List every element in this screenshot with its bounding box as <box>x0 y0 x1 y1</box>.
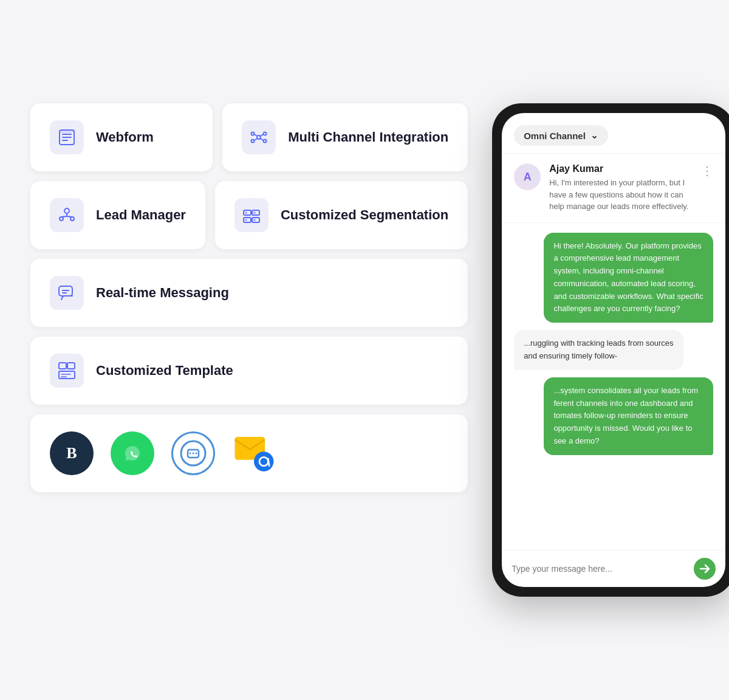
received-message-2: ...ruggling with tracking leads from sou… <box>514 330 683 370</box>
template-label: Customized Template <box>96 363 233 379</box>
right-panel: Omni Channel ⌄ A Ajay Kumar Hi, I'm inte… <box>492 103 729 597</box>
b-logo-icon: B <box>60 441 84 465</box>
template-icon <box>57 361 77 380</box>
messages-area: Hi there! Absolutely. Our platform provi… <box>502 223 725 551</box>
svg-point-8 <box>252 140 255 143</box>
send-button[interactable] <box>694 558 716 580</box>
svg-rect-4 <box>60 130 74 133</box>
segmentation-icon <box>242 205 261 225</box>
more-options-icon[interactable]: ⋮ <box>701 163 713 178</box>
webform-card[interactable]: Webform <box>30 103 213 171</box>
svg-line-13 <box>261 139 264 140</box>
webform-icon-box <box>50 120 84 154</box>
svg-line-11 <box>261 134 264 136</box>
svg-line-46 <box>268 459 269 466</box>
contact-name: Ajay Kumar <box>549 163 693 174</box>
leadmanager-icon <box>57 205 77 225</box>
svg-point-7 <box>264 132 267 136</box>
multichannel-icon-box <box>242 120 276 154</box>
leadmanager-icon-box <box>50 198 84 232</box>
chat-social-icon[interactable] <box>171 431 215 475</box>
avatar: A <box>514 163 541 190</box>
svg-rect-33 <box>59 371 75 379</box>
svg-point-24 <box>245 211 247 214</box>
cards-row-4: Customized Template <box>30 337 468 405</box>
sent-message-1: Hi there! Absolutely. Our platform provi… <box>544 233 713 323</box>
multichannel-card[interactable]: Multi Channel Integration <box>222 103 468 171</box>
phone-header: Omni Channel ⌄ <box>502 113 725 154</box>
messaging-icon-box <box>50 276 84 310</box>
template-card[interactable]: Customized Template <box>30 337 468 405</box>
leadmanager-label: Lead Manager <box>96 207 186 223</box>
main-container: Webform Multi Channe <box>30 103 699 597</box>
svg-point-6 <box>252 132 255 136</box>
messaging-card[interactable]: Real-time Messaging <box>30 259 468 327</box>
left-panel: Webform Multi Channe <box>30 103 468 492</box>
svg-point-44 <box>254 451 273 471</box>
chat-logo-icon <box>180 440 207 467</box>
channel-selector[interactable]: Omni Channel ⌄ <box>514 125 608 146</box>
chat-preview: Hi, I'm interested in your platform, but… <box>549 177 693 213</box>
chat-info: Ajay Kumar Hi, I'm interested in your pl… <box>549 163 693 213</box>
svg-point-41 <box>193 453 194 455</box>
phone-screen: Omni Channel ⌄ A Ajay Kumar Hi, I'm inte… <box>502 113 725 587</box>
sent-message-2: ...system consolidates all your leads fr… <box>544 377 713 455</box>
svg-point-5 <box>257 136 261 139</box>
svg-line-19 <box>67 216 72 217</box>
svg-point-14 <box>64 208 69 213</box>
multichannel-icon <box>249 128 269 147</box>
svg-line-12 <box>255 139 258 140</box>
cards-row-1: Webform Multi Channe <box>30 103 468 171</box>
cards-row-2: Lead Manager Customized Segmentat <box>30 181 468 249</box>
svg-point-26 <box>245 219 247 221</box>
svg-point-15 <box>60 217 63 221</box>
messaging-label: Real-time Messaging <box>96 285 229 301</box>
b-social-icon[interactable]: B <box>50 431 94 475</box>
phone-mockup: Omni Channel ⌄ A Ajay Kumar Hi, I'm inte… <box>492 103 729 597</box>
channel-label: Omni Channel <box>524 131 586 141</box>
template-icon-box <box>50 354 84 388</box>
svg-point-16 <box>70 217 74 221</box>
multichannel-label: Multi Channel Integration <box>288 129 448 145</box>
whatsapp-logo-icon <box>119 440 146 467</box>
whatsapp-social-icon[interactable] <box>111 431 154 475</box>
segmentation-card[interactable]: Customized Segmentation <box>215 181 468 249</box>
svg-rect-31 <box>59 363 66 369</box>
messaging-icon <box>57 283 77 303</box>
segmentation-label: Customized Segmentation <box>281 207 448 223</box>
social-icons-row: B <box>30 414 468 492</box>
chat-input-area <box>502 550 725 587</box>
chat-list-item[interactable]: A Ajay Kumar Hi, I'm interested in your … <box>502 154 725 223</box>
svg-rect-32 <box>67 363 75 369</box>
svg-point-9 <box>264 140 267 143</box>
send-icon <box>699 563 710 574</box>
chat-input[interactable] <box>512 564 688 574</box>
svg-line-10 <box>255 134 258 136</box>
svg-line-18 <box>61 216 67 217</box>
svg-point-42 <box>196 453 197 455</box>
svg-point-25 <box>253 211 256 214</box>
cards-row-3: Real-time Messaging <box>30 259 468 327</box>
chevron-down-icon: ⌄ <box>590 130 598 141</box>
webform-label: Webform <box>96 129 154 145</box>
webform-icon <box>57 128 77 147</box>
svg-point-27 <box>253 219 256 221</box>
svg-text:B: B <box>66 444 77 462</box>
segmentation-icon-box <box>234 198 269 232</box>
svg-point-40 <box>190 453 191 455</box>
email-logo-icon <box>232 432 276 475</box>
email-social-icon[interactable] <box>232 431 276 475</box>
leadmanager-card[interactable]: Lead Manager <box>30 181 205 249</box>
